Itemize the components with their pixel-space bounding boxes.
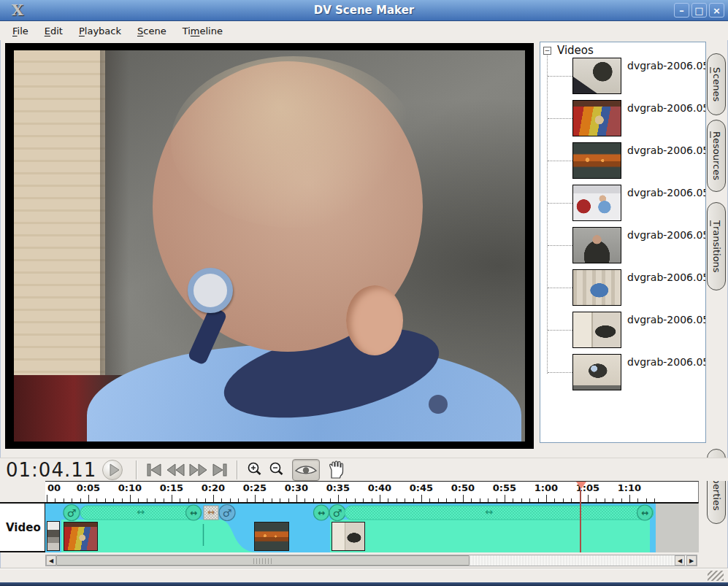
zoom-in-button[interactable]: [244, 460, 266, 480]
menu-edit[interactable]: Edit: [38, 23, 69, 39]
videos-panel: − Videos dvgrab-2006.05.2dvgrab-2006.05.…: [540, 42, 706, 443]
svg-text:↔: ↔: [318, 508, 325, 518]
fast-forward-button[interactable]: [187, 460, 209, 480]
ruler-label: 1:10: [618, 482, 641, 493]
video-thumbnail[interactable]: [572, 269, 621, 306]
video-item-label: dvgrab-2006.05.2: [627, 229, 706, 241]
ruler-label: 0:40: [368, 482, 391, 493]
video-list-item[interactable]: dvgrab-2006.05.2: [540, 142, 706, 179]
tree-connector: [548, 245, 572, 246]
skip-to-end-icon: [210, 462, 229, 478]
resize-handle[interactable]: ↔: [637, 505, 653, 520]
video-item-label: dvgrab-2006.05.2: [627, 271, 706, 283]
resize-handle[interactable]: ↔: [186, 505, 202, 520]
clip-stretch-bar-2[interactable]: ↔: [345, 506, 654, 520]
tree-root[interactable]: − Videos: [543, 44, 594, 57]
window-bottom-border: [0, 582, 728, 586]
clip-thumbnail[interactable]: [64, 522, 98, 551]
baby-ear: [346, 285, 403, 355]
clip-body-2[interactable]: [330, 520, 650, 552]
ruler-label: 0:10: [118, 482, 142, 493]
toolbar-separator: [237, 460, 238, 479]
video-list-item[interactable]: dvgrab-2006.05.2: [540, 269, 706, 306]
timeline-ruler[interactable]: 000:050:100:150:200:250:300:350:400:450:…: [45, 481, 699, 502]
ruler-label: 0:15: [160, 482, 183, 493]
scene-view-button[interactable]: [292, 459, 320, 481]
menu-playback[interactable]: Playback: [72, 23, 128, 39]
video-track[interactable]: ↔ ↔ ♂ ↔ ♂: [45, 502, 699, 552]
app-window: X DV Scene Maker –□× FileEditPlaybackSce…: [0, 0, 728, 586]
video-frame-image: [14, 50, 525, 442]
svg-text:♂: ♂: [223, 507, 232, 519]
clip-thumbnail[interactable]: [332, 522, 365, 551]
playhead-marker[interactable]: [576, 482, 586, 489]
clip-thumbnail[interactable]: [47, 521, 60, 551]
play-button[interactable]: [102, 460, 123, 480]
scroll-left-button-2[interactable]: ◀: [675, 555, 685, 566]
ruler-label: 00: [47, 482, 61, 493]
scrollbar-thumb[interactable]: [56, 555, 470, 566]
menu-file[interactable]: File: [6, 23, 35, 39]
svg-text:♂: ♂: [333, 507, 342, 519]
scene-handle[interactable]: ♂: [219, 505, 235, 521]
eye-icon: [293, 461, 319, 479]
tab-resources[interactable]: Resources: [707, 120, 726, 192]
video-thumbnail[interactable]: [572, 312, 621, 348]
video-item-label: dvgrab-2006.05.2: [627, 60, 706, 72]
svg-text:↔: ↔: [137, 506, 145, 517]
timeline-corner: [0, 481, 45, 502]
video-thumbnail[interactable]: [572, 142, 621, 179]
video-track-header: Video: [0, 502, 45, 552]
collapse-icon[interactable]: −: [543, 47, 551, 55]
toolbar-separator: [136, 460, 137, 479]
hand-icon: [326, 460, 344, 479]
video-item-label: dvgrab-2006.05.2: [627, 102, 706, 114]
resize-grip[interactable]: [708, 571, 724, 581]
skip-to-start-button[interactable]: [143, 460, 165, 480]
scene-handle[interactable]: ♂: [64, 505, 80, 521]
tree-connector: [548, 330, 572, 331]
video-list-item[interactable]: dvgrab-2006.05.2: [540, 100, 706, 136]
svg-text:↔: ↔: [190, 508, 197, 518]
video-list-item[interactable]: dvgrab-2006.05.2: [540, 354, 706, 390]
transition-block[interactable]: ↔: [204, 506, 218, 520]
video-list-item[interactable]: dvgrab-2006.05.2: [540, 185, 706, 221]
clip-stretch-bar-1[interactable]: ↔: [80, 506, 202, 520]
titlebar[interactable]: X DV Scene Maker –□×: [0, 0, 728, 21]
ruler-label: 0:55: [493, 482, 516, 493]
zoom-out-button[interactable]: [266, 460, 288, 480]
tab-scenes[interactable]: Scenes: [707, 53, 726, 115]
scene-handle[interactable]: ♂: [329, 505, 345, 521]
video-thumbnail[interactable]: [572, 354, 621, 390]
tab-transitions[interactable]: Transitions: [707, 202, 726, 290]
rewind-icon: [166, 462, 186, 478]
clip-thumbnail[interactable]: [254, 522, 289, 551]
video-thumbnail[interactable]: [572, 100, 621, 136]
video-list-item[interactable]: dvgrab-2006.05.2: [540, 58, 706, 94]
rewind-button[interactable]: [165, 460, 187, 480]
video-thumbnail[interactable]: [572, 185, 621, 221]
svg-text:♂: ♂: [67, 507, 77, 519]
scroll-right-button[interactable]: ▶: [686, 555, 697, 566]
video-list-item[interactable]: dvgrab-2006.05.2: [540, 227, 706, 263]
maximize-button[interactable]: □: [691, 3, 707, 18]
scroll-left-button[interactable]: ◀: [46, 555, 56, 566]
window-controls: –□×: [674, 3, 724, 18]
tree-connector: [548, 203, 572, 204]
ruler-label: 0:45: [410, 482, 433, 493]
tree-root-label: Videos: [557, 44, 594, 57]
close-button[interactable]: ×: [709, 3, 724, 18]
scrollbar-grip: [253, 558, 272, 564]
menu-scene[interactable]: Scene: [131, 23, 173, 39]
skip-to-end-button[interactable]: [209, 460, 231, 480]
video-thumbnail[interactable]: [572, 58, 621, 94]
timecode-display: 01:04.11: [0, 459, 102, 481]
video-thumbnail[interactable]: [572, 227, 621, 263]
pan-tool-button[interactable]: [324, 460, 346, 480]
timeline-scrollbar[interactable]: ◀ ◀ ▶: [45, 555, 697, 566]
minimize-button[interactable]: –: [674, 3, 689, 18]
video-list-item[interactable]: dvgrab-2006.05.2: [540, 312, 706, 348]
resize-handle[interactable]: ↔: [314, 505, 329, 520]
menu-timeline[interactable]: Timeline: [176, 23, 229, 39]
track-graphics: ↔ ↔ ♂ ↔ ♂: [45, 504, 699, 552]
